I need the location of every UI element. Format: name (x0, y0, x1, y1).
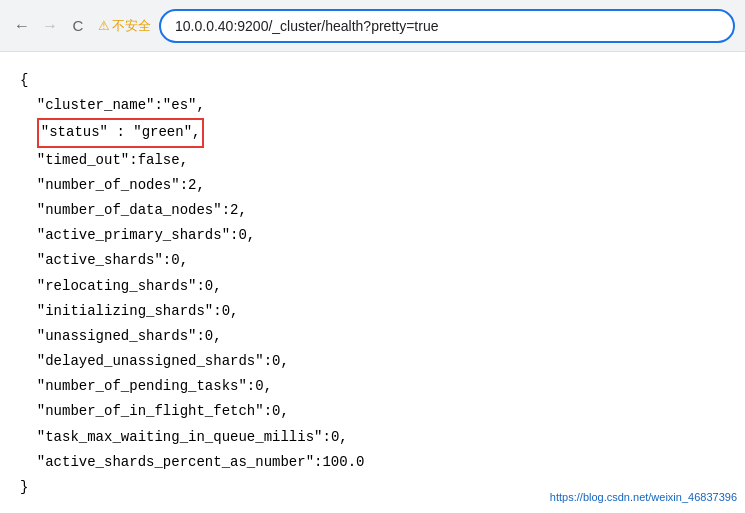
reload-button[interactable]: C (66, 14, 90, 38)
json-field-line: "number_of_data_nodes" : 2, (20, 198, 725, 223)
json-field-line: "unassigned_shards" : 0, (20, 324, 725, 349)
json-field-line: "cluster_name" : "es", (20, 93, 725, 118)
json-fields: "cluster_name" : "es", "status" : "green… (20, 93, 725, 475)
json-field-line: "timed_out" : false, (20, 148, 725, 173)
browser-toolbar: ← → C ⚠ 不安全 10.0.0.40:9200/_cluster/heal… (0, 0, 745, 52)
forward-button[interactable]: → (38, 14, 62, 38)
watermark: https://blog.csdn.net/weixin_46837396 (550, 488, 737, 508)
json-field-line: "relocating_shards" : 0, (20, 274, 725, 299)
back-button[interactable]: ← (10, 14, 34, 38)
json-field-line: "initializing_shards" : 0, (20, 299, 725, 324)
warning-icon: ⚠ (98, 18, 110, 33)
highlighted-status-line: "status" : "green", (37, 118, 205, 147)
json-field-line: "number_of_pending_tasks" : 0, (20, 374, 725, 399)
json-open-brace: { (20, 68, 725, 93)
security-label: 不安全 (112, 17, 151, 35)
json-field-line: "delayed_unassigned_shards" : 0, (20, 349, 725, 374)
security-indicator: ⚠ 不安全 (98, 17, 151, 35)
json-field-line: "task_max_waiting_in_queue_millis" : 0, (20, 425, 725, 450)
address-bar[interactable]: 10.0.0.40:9200/_cluster/health?pretty=tr… (159, 9, 735, 43)
json-field-line: "number_of_in_flight_fetch" : 0, (20, 399, 725, 424)
json-field-line: "active_shards_percent_as_number" : 100.… (20, 450, 725, 475)
json-field-line: "status" : "green", (20, 118, 725, 147)
content-area: { "cluster_name" : "es", "status" : "gre… (0, 52, 745, 513)
url-text: 10.0.0.40:9200/_cluster/health?pretty=tr… (175, 18, 438, 34)
json-field-line: "active_shards" : 0, (20, 248, 725, 273)
nav-buttons: ← → C (10, 14, 90, 38)
json-field-line: "number_of_nodes" : 2, (20, 173, 725, 198)
json-field-line: "active_primary_shards" : 0, (20, 223, 725, 248)
